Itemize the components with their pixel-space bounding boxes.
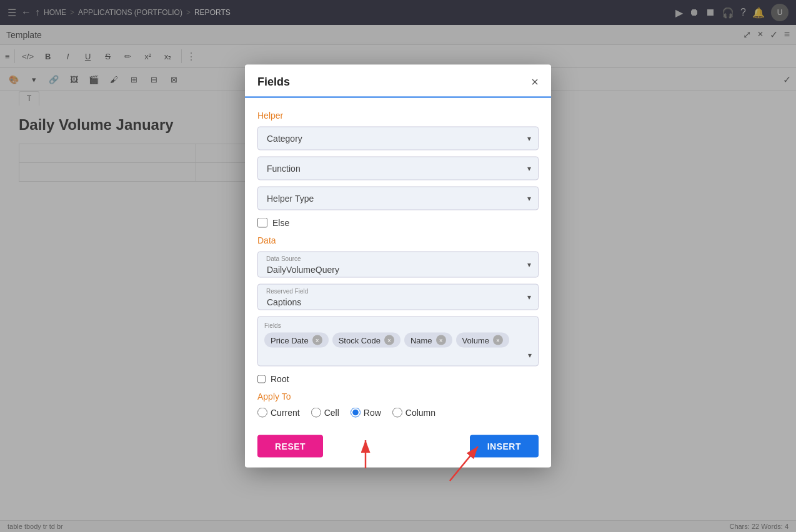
root-checkbox-row: Root [257,374,539,384]
radio-column-label: Column [405,408,435,418]
fields-inner-label: Fields [264,322,532,329]
else-checkbox[interactable] [257,218,267,228]
radio-current[interactable]: Current [257,408,300,418]
tag-volume-label: Volume [462,335,489,345]
tag-stock-code-label: Stock Code [339,335,381,345]
tag-stock-code: Stock Code × [332,333,400,348]
radio-current-input[interactable] [257,408,267,418]
radio-row-input[interactable] [351,408,361,418]
function-select[interactable]: Function [257,157,539,180]
helper-section-label: Helper [257,111,539,121]
radio-column[interactable]: Column [392,408,435,418]
data-section-label: Data [257,235,539,245]
tag-volume-remove[interactable]: × [493,335,503,345]
tag-name-label: Name [410,335,432,345]
else-checkbox-row: Else [257,218,539,228]
apply-to-section-label: Apply To [257,392,539,401]
fields-field-group: Fields Price Date × Stock Code × Name × [257,317,539,367]
reserved-field-select[interactable]: Captions [257,284,539,310]
tag-volume: Volume × [456,333,509,348]
helper-type-select[interactable]: Helper Type [257,187,539,210]
reserved-field-select-wrapper: Reserved Field Captions ▾ [257,284,539,310]
modal-body: Helper Category ▾ Function ▾ He [245,98,551,428]
radio-row[interactable]: Row [351,408,381,418]
root-label: Root [271,374,289,384]
modal-header: Fields × [245,65,551,98]
fields-tags-container: Price Date × Stock Code × Name × Volume … [264,333,532,348]
fields-arrow-icon: ▾ [528,351,532,360]
else-label: Else [272,218,289,228]
radio-cell-input[interactable] [311,408,321,418]
fields-multiselect[interactable]: Fields Price Date × Stock Code × Name × [257,317,539,367]
function-field-group: Function ▾ [257,157,539,180]
helper-type-select-wrapper: Helper Type ▾ [257,187,539,210]
tag-name-remove[interactable]: × [436,335,446,345]
category-field-group: Category ▾ [257,127,539,150]
radio-cell[interactable]: Cell [311,408,339,418]
reset-button[interactable]: RESET [257,435,323,458]
tag-price-date-remove[interactable]: × [312,335,322,345]
radio-cell-label: Cell [324,408,339,418]
modal-footer: RESET INSERT [245,428,551,468]
root-checkbox[interactable] [257,375,266,383]
modal-close-button[interactable]: × [531,75,539,97]
tag-stock-code-remove[interactable]: × [384,335,394,345]
radio-column-input[interactable] [392,408,402,418]
apply-to-radio-group: Current Cell Row Column [257,408,539,418]
radio-row-label: Row [364,408,381,418]
insert-button[interactable]: INSERT [470,435,539,458]
tag-price-date: Price Date × [264,333,329,348]
category-select-wrapper: Category ▾ [257,127,539,150]
tag-name: Name × [404,333,452,348]
fields-modal: Fields × Helper Category ▾ Function ▾ [245,65,551,468]
radio-current-label: Current [271,408,300,418]
data-source-select-wrapper: Data Source DailyVolumeQuery ▾ [257,252,539,278]
function-select-wrapper: Function ▾ [257,157,539,180]
tag-price-date-label: Price Date [271,335,309,345]
data-source-field-group: Data Source DailyVolumeQuery ▾ [257,252,539,278]
helper-type-field-group: Helper Type ▾ [257,187,539,210]
data-source-select[interactable]: DailyVolumeQuery [257,252,539,278]
reserved-field-group: Reserved Field Captions ▾ [257,284,539,310]
modal-title: Fields [257,76,290,96]
category-select[interactable]: Category [257,127,539,150]
